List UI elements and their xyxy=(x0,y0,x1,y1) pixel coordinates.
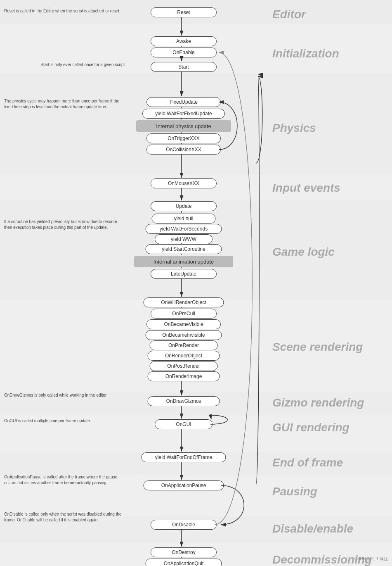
section-editor: Editor xyxy=(264,6,392,23)
node-ondisable: OnDisable xyxy=(151,520,217,530)
node-onwillrender: OnWillRenderObject xyxy=(144,297,224,307)
disable-label: Disable/enable xyxy=(272,522,353,535)
initialization-label: Initialization xyxy=(272,47,339,60)
annotation-physics: The physics cycle may happen more than o… xyxy=(4,98,126,110)
node-oncollision: OnCollisionXXX xyxy=(146,145,221,155)
node-onpostrender: OnPostRender xyxy=(150,361,218,371)
section-gui: GUI rendering xyxy=(264,419,392,436)
node-awake: Awake xyxy=(151,36,217,46)
section-initialization: Initialization xyxy=(264,37,392,70)
node-ondrawgizmos: OnDrawGizmos xyxy=(148,396,220,406)
node-onapppause: OnApplicationPause xyxy=(144,480,224,490)
node-yield-startcoroutine: yield StartCoroutine xyxy=(146,244,222,254)
annotation-start: Start is only ever called once for a giv… xyxy=(4,62,126,68)
pausing-label: Pausing xyxy=(272,485,317,498)
node-start: Start xyxy=(151,62,217,72)
physics-label: Physics xyxy=(272,121,316,135)
node-onbecameinvisible: OnBecameInvisible xyxy=(146,330,222,340)
node-yield-waitforseconds: yield WaitForSeconds xyxy=(146,224,222,234)
node-onrenderobject: OnRenderObject xyxy=(148,351,220,361)
scene-label: Scene rendering xyxy=(272,340,363,354)
watermark: CSDN @Z_1 译注 xyxy=(354,556,388,562)
annotation-disable: OnDisable is called only when the script… xyxy=(4,511,126,523)
gamelogic-label: Game logic xyxy=(272,245,335,259)
node-ondestroy: OnDestroy xyxy=(151,547,217,557)
eof-label: End of frame xyxy=(272,456,343,469)
gizmo-label: Gizmo rendering xyxy=(272,396,364,409)
annotation-gui: OnGUI is called multiple time per frame … xyxy=(4,418,126,424)
page-container: Editor Initialization Physics Input even… xyxy=(0,0,392,566)
section-pausing: Pausing xyxy=(264,481,392,502)
node-internal-physics: Internal physics update xyxy=(136,120,231,132)
section-input: Input events xyxy=(264,178,392,198)
section-scene: Scene rendering xyxy=(264,331,392,364)
annotation-pause: OnApplicationPause is called after the f… xyxy=(4,474,126,486)
node-ontrigger: OnTriggerXXX xyxy=(146,133,221,143)
annotation-coroutine: If a coroutine has yielded previously bu… xyxy=(4,219,126,231)
section-gizmo: Gizmo rendering xyxy=(264,395,392,411)
node-lateupdate: LateUpdate xyxy=(151,269,217,279)
node-yield-eof: yield WaitForEndOfFrame xyxy=(142,452,226,462)
section-physics: Physics xyxy=(264,112,392,145)
node-onprecull: OnPreCull xyxy=(151,309,217,319)
node-ongui: OnGUI xyxy=(155,419,213,429)
annotation-gizmo: OnDrawGizmos is only called while workin… xyxy=(4,392,126,398)
editor-label: Editor xyxy=(272,8,306,21)
node-yield-null: yield null xyxy=(152,214,216,224)
node-fixedupdate: FixedUpdate xyxy=(146,97,221,107)
node-yield-waitforfixedupdate: yield WaitForFixedUpdate xyxy=(142,109,225,119)
section-disable: Disable/enable xyxy=(264,518,392,539)
annotation-reset: Reset is called in the Editor when the s… xyxy=(4,8,126,14)
input-label: Input events xyxy=(272,181,340,195)
node-internal-animation: Internal animation update xyxy=(134,256,233,267)
gui-label: GUI rendering xyxy=(272,421,349,434)
node-update: Update xyxy=(151,201,217,211)
node-onapplicationquit: OnApplicationQuit xyxy=(146,559,222,566)
node-onenable: OnEnable xyxy=(151,48,217,57)
node-onrenderimage: OnRenderImage xyxy=(148,371,220,381)
node-onbecamevisible: OnBecameVisible xyxy=(146,319,221,329)
node-onmouse: OnMouseXXX xyxy=(151,178,217,188)
section-eof: End of frame xyxy=(264,454,392,471)
section-gamelogic: Game logic xyxy=(264,235,392,269)
node-yield-www: yield WWW xyxy=(155,234,213,244)
node-reset: Reset xyxy=(151,7,217,17)
node-onprerender: OnPreRender xyxy=(150,340,218,350)
